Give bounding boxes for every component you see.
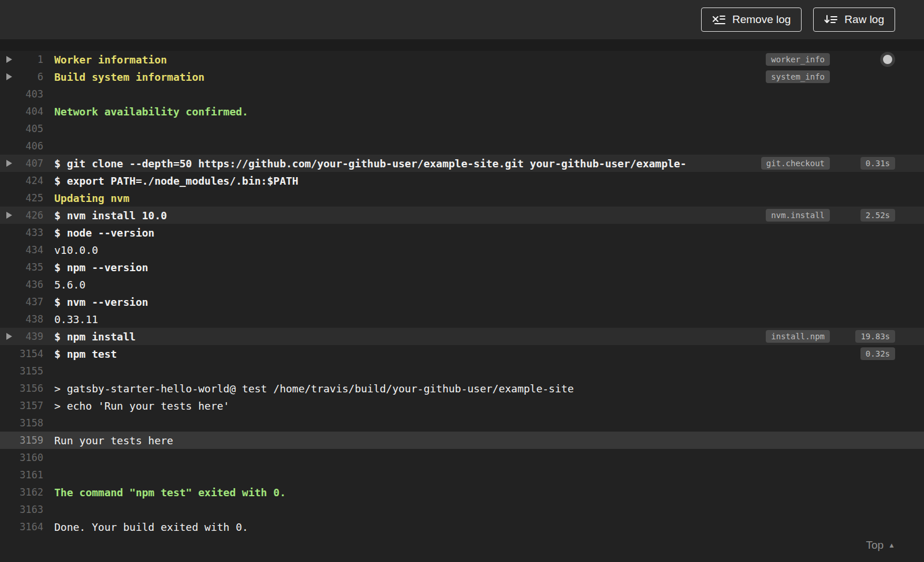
line-text: v10.0.0 xyxy=(54,244,98,256)
component-badge: install.npm xyxy=(766,330,830,343)
log-line: 439 $ npm install install.npm 19.83s xyxy=(0,328,924,345)
build-log: 1 Worker information worker_info 6 Build… xyxy=(0,51,924,562)
line-number[interactable]: 3159 xyxy=(0,434,43,446)
log-line: 3160 xyxy=(0,449,924,466)
scroll-top-link[interactable]: Top ▲ xyxy=(866,539,895,552)
line-number[interactable]: 3158 xyxy=(0,417,43,429)
remove-log-icon xyxy=(712,14,725,25)
line-text: > gatsby-starter-hello-world@ test /home… xyxy=(54,383,573,395)
line-number[interactable]: 3160 xyxy=(0,452,43,463)
log-line: 3159 Run your tests here xyxy=(0,432,924,449)
fold-toggle-icon[interactable] xyxy=(6,160,12,167)
line-number[interactable]: 438 xyxy=(0,313,43,325)
log-line: 437 $ nvm --version xyxy=(0,293,924,310)
duration-badge: 0.32s xyxy=(860,347,895,360)
line-text: $ git clone --depth=50 https://github.co… xyxy=(54,158,687,170)
raw-log-label: Raw log xyxy=(844,13,884,26)
fold-toggle-icon[interactable] xyxy=(6,56,12,63)
log-line: 425 Updating nvm xyxy=(0,189,924,207)
line-text: $ npm install xyxy=(54,331,136,343)
log-line: 3155 xyxy=(0,362,924,380)
line-text: Worker information xyxy=(54,54,167,66)
log-line: 436 5.6.0 xyxy=(0,276,924,293)
line-text: $ nvm install 10.0 xyxy=(54,209,167,222)
log-line: 407 $ git clone --depth=50 https://githu… xyxy=(0,155,924,172)
log-toolbar: Remove log Raw log xyxy=(0,0,924,39)
log-line: 404 Network availability confirmed. xyxy=(0,103,924,120)
line-number[interactable]: 3155 xyxy=(0,365,43,377)
line-text: Done. Your build exited with 0. xyxy=(54,521,248,533)
line-number[interactable]: 405 xyxy=(0,123,43,134)
line-number[interactable]: 433 xyxy=(0,227,43,238)
line-text: Run your tests here xyxy=(54,434,173,447)
line-text: $ npm test xyxy=(54,348,117,360)
line-text: 5.6.0 xyxy=(54,279,85,291)
line-number[interactable]: 3162 xyxy=(0,486,43,498)
remove-log-label: Remove log xyxy=(732,13,791,26)
log-line: 1 Worker information worker_info xyxy=(0,51,924,68)
line-number[interactable]: 437 xyxy=(0,296,43,308)
line-number[interactable]: 3161 xyxy=(0,469,43,481)
log-line: 3163 xyxy=(0,501,924,518)
line-number[interactable]: 404 xyxy=(0,106,43,117)
line-text: The command "npm test" exited with 0. xyxy=(54,486,286,499)
log-line: 3161 xyxy=(0,466,924,484)
line-number[interactable]: 436 xyxy=(0,279,43,290)
log-line: 424 $ export PATH=./node_modules/.bin:$P… xyxy=(0,172,924,189)
log-line: 6 Build system information system_info xyxy=(0,68,924,85)
line-number[interactable]: 424 xyxy=(0,175,43,186)
line-text: Network availability confirmed. xyxy=(54,106,248,118)
log-lines: 1 Worker information worker_info 6 Build… xyxy=(0,51,924,535)
log-line: 3158 xyxy=(0,414,924,432)
raw-log-icon xyxy=(824,14,837,25)
duration-badge: 0.31s xyxy=(860,157,895,170)
chevron-up-icon: ▲ xyxy=(888,542,895,549)
line-text: Updating nvm xyxy=(54,192,129,204)
log-line: 405 xyxy=(0,120,924,137)
log-line: 438 0.33.11 xyxy=(0,310,924,328)
raw-log-button[interactable]: Raw log xyxy=(813,8,895,32)
line-number[interactable]: 3163 xyxy=(0,504,43,515)
log-line: 3164 Done. Your build exited with 0. xyxy=(0,518,924,535)
line-number[interactable]: 3156 xyxy=(0,383,43,394)
line-text: $ nvm --version xyxy=(54,296,148,308)
line-number[interactable]: 3154 xyxy=(0,348,43,359)
duration-badge: 19.83s xyxy=(855,330,895,343)
line-text: $ export PATH=./node_modules/.bin:$PATH xyxy=(54,175,299,187)
line-number[interactable]: 406 xyxy=(0,140,43,152)
log-line: 403 xyxy=(0,85,924,103)
line-text: $ npm --version xyxy=(54,261,148,273)
fold-toggle-icon[interactable] xyxy=(6,73,12,80)
line-number[interactable]: 3164 xyxy=(0,521,43,533)
component-badge: system_info xyxy=(766,70,830,83)
log-line: 3157 > echo 'Run your tests here' xyxy=(0,397,924,414)
fold-toggle-icon[interactable] xyxy=(6,212,12,219)
log-line: 3162 The command "npm test" exited with … xyxy=(0,484,924,501)
log-line: 406 xyxy=(0,137,924,155)
line-number[interactable]: 425 xyxy=(0,192,43,204)
log-line: 426 $ nvm install 10.0 nvm.install 2.52s xyxy=(0,207,924,224)
log-line: 433 $ node --version xyxy=(0,224,924,241)
log-line: 434 v10.0.0 xyxy=(0,241,924,258)
component-badge: git.checkout xyxy=(761,157,830,170)
fold-toggle-icon[interactable] xyxy=(6,333,12,340)
line-number[interactable]: 3157 xyxy=(0,400,43,411)
line-text: 0.33.11 xyxy=(54,313,98,325)
scroll-top-label: Top xyxy=(866,539,884,552)
line-number[interactable]: 403 xyxy=(0,88,43,100)
component-badge: worker_info xyxy=(766,53,830,66)
log-line: 3156 > gatsby-starter-hello-world@ test … xyxy=(0,380,924,397)
line-text: > echo 'Run your tests here' xyxy=(54,400,229,412)
duration-badge: 2.52s xyxy=(860,209,895,222)
line-number[interactable]: 434 xyxy=(0,244,43,256)
line-text: $ node --version xyxy=(54,227,154,239)
log-line: 3154 $ npm test 0.32s xyxy=(0,345,924,362)
remove-log-button[interactable]: Remove log xyxy=(701,8,802,32)
line-number[interactable]: 435 xyxy=(0,261,43,273)
component-badge: nvm.install xyxy=(766,209,830,222)
log-line: 435 $ npm --version xyxy=(0,258,924,276)
line-text: Build system information xyxy=(54,71,204,83)
log-indicator-circle[interactable] xyxy=(880,52,895,67)
